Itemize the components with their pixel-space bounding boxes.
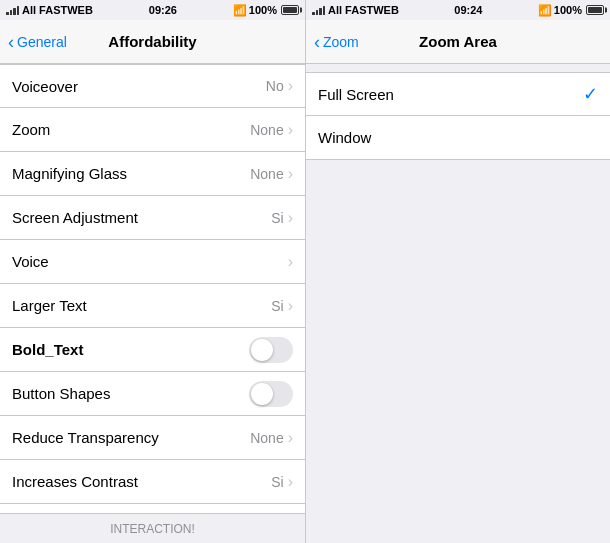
row-label: Bold_Text (12, 341, 83, 358)
left-back-chevron-icon: ‹ (8, 33, 14, 51)
row-label: Button Shapes (12, 385, 110, 402)
settings-row[interactable]: Bold_Text (0, 328, 305, 372)
toggle-switch[interactable] (249, 381, 293, 407)
row-right: None› (250, 429, 293, 447)
left-panel: All FASTWEB 09:26 📶 100% ‹ General Affor… (0, 0, 305, 543)
left-nav-title: Affordability (108, 33, 196, 50)
row-value: None (250, 430, 283, 446)
chevron-right-icon: › (288, 77, 293, 95)
chevron-right-icon: › (288, 165, 293, 183)
chevron-right-icon: › (288, 209, 293, 227)
right-back-button[interactable]: ‹ Zoom (314, 33, 359, 51)
right-nav-bar: ‹ Zoom Zoom Area (306, 20, 610, 64)
chevron-right-icon: › (288, 429, 293, 447)
left-status-bar: All FASTWEB 09:26 📶 100% (0, 0, 305, 20)
left-back-label: General (17, 34, 67, 50)
left-carrier-area: All FASTWEB (6, 4, 93, 16)
left-battery-icon (281, 5, 299, 15)
row-right: Si› (271, 209, 293, 227)
right-back-label: Zoom (323, 34, 359, 50)
chevron-right-icon: › (288, 253, 293, 271)
row-right: No› (266, 77, 293, 95)
row-label: Screen Adjustment (12, 209, 138, 226)
bottom-label: INTERACTION! (110, 522, 195, 536)
toggle-switch[interactable] (249, 337, 293, 363)
right-carrier: All FASTWEB (328, 4, 399, 16)
right-battery-icon (586, 5, 604, 15)
right-panel: All FASTWEB 09:24 📶 100% ‹ Zoom Zoom Are… (305, 0, 610, 543)
row-label: Increases Contrast (12, 473, 138, 490)
right-status-bar: All FASTWEB 09:24 📶 100% (306, 0, 610, 20)
row-label: Voiceover (12, 78, 78, 95)
signal-icon (6, 5, 19, 15)
left-battery-area: 📶 100% (233, 4, 299, 17)
right-carrier-area: All FASTWEB (312, 4, 399, 16)
right-signal-icon (312, 5, 325, 15)
left-battery-label: 100% (249, 4, 277, 16)
settings-section-main: VoiceoverNo›ZoomNone›Magnifying GlassNon… (0, 64, 305, 513)
right-time: 09:24 (454, 4, 482, 16)
row-value: No (266, 78, 284, 94)
right-gray-area (306, 304, 610, 544)
row-value: None (250, 166, 283, 182)
settings-row[interactable]: Larger TextSi› (0, 284, 305, 328)
row-label: Magnifying Glass (12, 165, 127, 182)
row-value: Si (271, 298, 283, 314)
row-right: Si› (271, 473, 293, 491)
chevron-right-icon: › (288, 297, 293, 315)
row-label: Reduce Transparency (12, 429, 159, 446)
row-right: None› (250, 121, 293, 139)
row-value: None (250, 122, 283, 138)
row-label: Voice (12, 253, 49, 270)
settings-row[interactable]: Reduce TransparencyNone› (0, 416, 305, 460)
zoom-area-label: Full Screen (318, 86, 394, 103)
left-nav-bar: ‹ General Affordability (0, 20, 305, 64)
settings-row[interactable]: Button Shapes (0, 372, 305, 416)
zoom-area-row[interactable]: Full Screen✓ (306, 72, 610, 116)
right-battery-area: 📶 100% (538, 4, 604, 17)
settings-list: VoiceoverNo›ZoomNone›Magnifying GlassNon… (0, 64, 305, 513)
chevron-right-icon: › (288, 121, 293, 139)
right-back-chevron-icon: ‹ (314, 33, 320, 51)
left-wifi-icon: 📶 (233, 4, 247, 17)
zoom-area-row[interactable]: Window (306, 116, 610, 160)
settings-row[interactable]: Increases ContrastSi› (0, 460, 305, 504)
row-right (249, 381, 293, 407)
settings-row[interactable]: Voice› (0, 240, 305, 284)
settings-row[interactable]: Reduce MovementNo› (0, 504, 305, 513)
row-value: Si (271, 474, 283, 490)
settings-row[interactable]: Screen AdjustmentSi› (0, 196, 305, 240)
left-back-button[interactable]: ‹ General (8, 33, 67, 51)
row-value: Si (271, 210, 283, 226)
row-right: › (288, 253, 293, 271)
right-battery-label: 100% (554, 4, 582, 16)
left-bottom-bar: INTERACTION! (0, 513, 305, 543)
left-carrier: All FASTWEB (22, 4, 93, 16)
zoom-area-list: Full Screen✓Window (306, 64, 610, 304)
chevron-right-icon: › (288, 473, 293, 491)
row-label: Zoom (12, 121, 50, 138)
checkmark-icon: ✓ (583, 83, 598, 105)
row-right (249, 337, 293, 363)
right-wifi-icon: 📶 (538, 4, 552, 17)
settings-row[interactable]: ZoomNone› (0, 108, 305, 152)
right-nav-title: Zoom Area (419, 33, 497, 50)
left-time: 09:26 (149, 4, 177, 16)
row-right: None› (250, 165, 293, 183)
row-right: Si› (271, 297, 293, 315)
settings-row[interactable]: Magnifying GlassNone› (0, 152, 305, 196)
zoom-area-label: Window (318, 129, 371, 146)
row-label: Larger Text (12, 297, 87, 314)
settings-row[interactable]: VoiceoverNo› (0, 64, 305, 108)
